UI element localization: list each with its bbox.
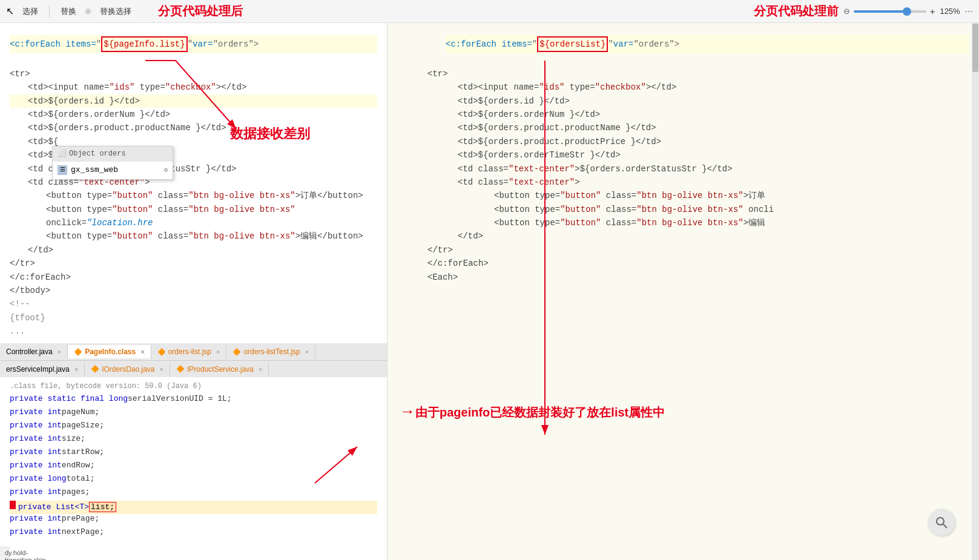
left-btn-3: <button type="button" class="btn bg-oliv… [10, 229, 377, 243]
class-pagesize: private int pageSize; [10, 421, 377, 434]
right-panel: <c:forEach items="${ordersList}" var="or… [387, 23, 979, 560]
breadcrumb: dy.hold-transition.skin-purple.sidebar-m… [0, 547, 10, 560]
right-btn-3: <button type="button" class="btn bg-oliv… [458, 216, 969, 229]
tab-orders-list-icon: 🔶 [157, 348, 166, 356]
tab-pageinfo[interactable]: 🔶 PageInfo.class × [68, 345, 151, 358]
tab-orders-listtest[interactable]: 🔶 orders-listTest.jsp × [226, 345, 315, 358]
tab-orders-list[interactable]: 🔶 orders-list.jsp × [151, 345, 227, 358]
class-header: .class file, bytecode version: 50.0 (Jav… [10, 382, 377, 390]
zoom-percent: 125% [940, 7, 960, 16]
right-code-block: <c:forEach items="${ordersList}" var="or… [397, 35, 969, 284]
breadcrumb-text: dy.hold-transition.skin-purple.sidebar-m… [5, 549, 49, 560]
left-tbody-close: </tbody> [10, 284, 377, 297]
svg-line-1 [943, 524, 947, 528]
left-foreach-close: </c:forEach> [10, 271, 377, 284]
tab-serviceimpl-label: ersServiceImpl.java [6, 365, 70, 374]
zoom-slider[interactable]: ⊖ + [843, 6, 935, 16]
left-productname-line: <td>${orders.product.productName }</td> [10, 121, 377, 134]
tab-iordersdao-label: IOrdersDao.java [102, 365, 154, 374]
class-list-line: private List<T> list; [10, 501, 377, 514]
annotation-data-diff: 数据接收差别 [230, 125, 310, 143]
left-panel-title: 分页代码处理后 [158, 3, 243, 19]
select-btn[interactable]: 选择 [19, 5, 42, 18]
right-input: <td><input name="ids" type="checkbox"></… [440, 81, 969, 94]
left-tfoot: {tfoot} [10, 311, 377, 324]
right-productname: <td>${orders.product.productName }</td> [440, 121, 969, 134]
left-foreach-line: <c:forEach items="${pageInfo.list}" var=… [10, 35, 377, 53]
right-scrollbar[interactable] [972, 23, 979, 560]
autocomplete-header: ⬜ Object orders [53, 147, 173, 162]
right-orderstatusstr: <td class="text-center">${orders.orderSt… [440, 162, 969, 176]
class-serial: private static final long serialVersionU… [10, 394, 377, 407]
toolbar-divider-1 [49, 5, 50, 18]
tab-iproductservice[interactable]: 🔶 IProductService.java × [170, 363, 269, 376]
right-ordernum: <td>${orders.orderNum }</td> [440, 108, 969, 121]
cursor-icon[interactable]: ↖ [6, 5, 14, 17]
copy-btn[interactable]: 替换 [57, 5, 80, 18]
right-tr-close: </tr> [427, 243, 969, 257]
right-td-center: <td class="text-center"> [440, 176, 969, 189]
tab-bar: Controller.java × 🔶 PageInfo.class × 🔶 o… [0, 343, 387, 360]
search-icon [935, 516, 948, 529]
list-highlight: list; [89, 502, 116, 512]
class-prepage: private int prePage; [10, 514, 377, 527]
tab-pageinfo-icon: 🔶 [74, 348, 82, 356]
tab-iproductservice-icon: 🔶 [176, 365, 185, 373]
tab-iordersdao-close[interactable]: × [160, 366, 163, 373]
tab-orders-list-label: orders-list.jsp [168, 348, 211, 356]
tab-iordersdao[interactable]: 🔶 IOrdersDao.java × [85, 363, 170, 376]
right-id: <td>${orders.id }</td> [440, 94, 969, 108]
zoom-icon: ⊖ [843, 7, 850, 16]
tab-pageinfo-close[interactable]: × [140, 348, 144, 355]
tab-serviceimpl-close[interactable]: × [74, 366, 78, 373]
left-tr-line: <tr> [10, 67, 377, 81]
toolbar-icon-1: ⊕ [85, 7, 91, 16]
right-tr: <tr> [427, 67, 969, 81]
left-btn-2: <button type="button" class="btn bg-oliv… [10, 203, 377, 230]
tab-controller[interactable]: Controller.java × [0, 345, 68, 358]
bottom-tabs-area: Controller.java × 🔶 PageInfo.class × 🔶 o… [0, 343, 387, 547]
class-file-content: .class file, bytecode version: 50.0 (Jav… [0, 377, 387, 547]
annotation-pageinfo: →由于pageinfo已经数据封装好了放在list属性中 [400, 402, 665, 421]
more-options-icon[interactable]: ··· [965, 6, 973, 17]
zoom-plus-icon: + [930, 6, 935, 16]
slider-track [854, 10, 926, 13]
tab-orders-listtest-close[interactable]: × [305, 348, 309, 355]
left-panel: <c:forEach items="${pageInfo.list}" var=… [0, 23, 387, 560]
class-total: private long total; [10, 474, 377, 487]
right-panel-title: 分页代码处理前 [754, 3, 839, 19]
class-pages: private int pages; [10, 487, 377, 501]
right-each: <Each> [427, 271, 969, 284]
autocomplete-item-label: gx_ssm_web [71, 164, 118, 177]
autocomplete-popup[interactable]: ⬜ Object orders ☰ gx_ssm_web ⚙ [52, 146, 173, 180]
class-startrow: private int startRow; [10, 447, 377, 461]
right-btn-2: <button type="button" class="btn bg-oliv… [458, 203, 969, 216]
left-partial-1: <td>${ ⬜ Object orders ☰ gx_ssm_web ⚙ [10, 135, 377, 148]
tab-serviceimpl[interactable]: ersServiceImpl.java × [0, 363, 85, 376]
tab-iproductservice-close[interactable]: × [259, 366, 262, 373]
left-code-block: <c:forEach items="${pageInfo.list}" var=… [10, 35, 377, 338]
left-ellipsis: ... [10, 324, 377, 338]
tab-orders-listtest-icon: 🔶 [232, 348, 241, 356]
left-input-line: <td><input name="ids" type="checkbox"></… [10, 81, 377, 94]
tab-iproductservice-label: IProductService.java [187, 365, 254, 374]
autocomplete-item-icon: ☰ [58, 165, 67, 175]
left-ordernum-line: <td>${orders.orderNum }</td> [10, 108, 377, 121]
tab-controller-close[interactable]: × [58, 348, 61, 355]
tab-orders-list-close[interactable]: × [216, 348, 220, 355]
tab-orders-listtest-label: orders-listTest.jsp [243, 348, 300, 356]
search-button[interactable] [928, 509, 955, 536]
left-comment: <!-- [10, 297, 377, 311]
main-content: <c:forEach items="${pageInfo.list}" var=… [0, 23, 979, 560]
paste-btn[interactable]: 替换选择 [96, 5, 135, 18]
slider-thumb [903, 7, 911, 16]
class-pagenum: private int pageNum; [10, 407, 377, 421]
autocomplete-item-1[interactable]: ☰ gx_ssm_web ⚙ [53, 162, 173, 179]
right-productprice: <td>${orders.product.productPrice }</td> [440, 135, 969, 148]
tab-bar-2: ersServiceImpl.java × 🔶 IOrdersDao.java … [0, 360, 387, 377]
right-ordertimestr: <td>${orders.orderTimeStr }</td> [440, 148, 969, 162]
class-size: private int size; [10, 434, 377, 447]
tab-iordersdao-icon: 🔶 [91, 365, 99, 373]
autocomplete-item-gear[interactable]: ⚙ [163, 165, 168, 176]
left-td-close: </td> [10, 243, 377, 257]
